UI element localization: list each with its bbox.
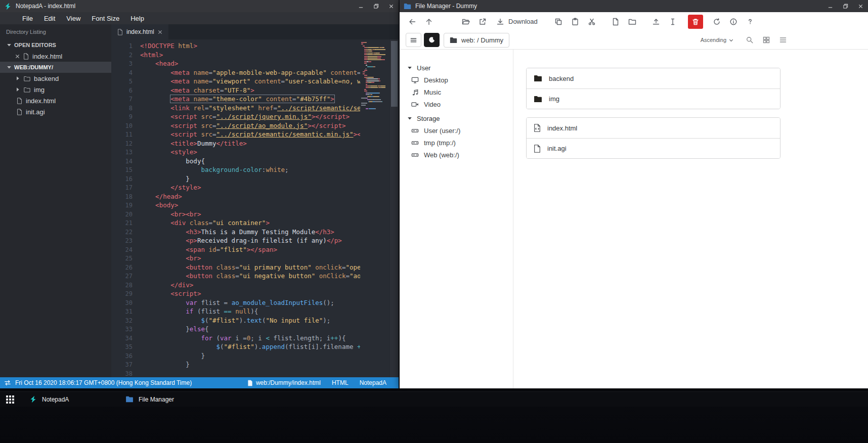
- breadcrumb[interactable]: web: / Dummy: [444, 33, 509, 48]
- code-line[interactable]: 8 <link rel="stylesheet" href="../script…: [111, 104, 360, 113]
- restore-button[interactable]: [368, 0, 383, 12]
- code-line[interactable]: 28 </div>: [111, 281, 360, 290]
- close-button[interactable]: [383, 0, 399, 12]
- file-row-index.html[interactable]: index.html: [527, 118, 780, 138]
- close-icon[interactable]: [15, 54, 20, 59]
- code-line[interactable]: 22 <h3>This is a Dummy Testing Module</h…: [111, 228, 360, 237]
- sidebar-item-video[interactable]: Video: [400, 98, 513, 110]
- taskbar-app-notepada[interactable]: NotepadA: [20, 392, 116, 407]
- sort-dropdown[interactable]: Ascending: [701, 37, 733, 43]
- code-line[interactable]: 36 }: [111, 351, 360, 361]
- new-file-button[interactable]: [608, 15, 623, 29]
- menu-font-size[interactable]: Font Size: [86, 12, 125, 24]
- close-tab-icon[interactable]: [158, 30, 162, 34]
- sidebar-item-tmp[interactable]: tmp (tmp:/): [400, 137, 513, 149]
- sidebar-section-header[interactable]: User: [400, 62, 513, 74]
- code-line[interactable]: 31 if (flist == null){: [111, 307, 360, 316]
- menu-toggle-button[interactable]: [406, 33, 421, 47]
- code-line[interactable]: 5 <meta name="viewport" content="user-sc…: [111, 77, 360, 86]
- code-area[interactable]: 1<!DOCTYPE html>2<html>3 <head>4 <meta n…: [111, 41, 360, 377]
- sidebar-item-music[interactable]: Music: [400, 86, 513, 98]
- minimap[interactable]: [361, 42, 385, 110]
- code-line[interactable]: 19 <body>: [111, 201, 360, 210]
- code-line[interactable]: 20 <br><br>: [111, 210, 360, 219]
- search-button[interactable]: [746, 36, 754, 44]
- code-line[interactable]: 7 <meta name="theme-color" content="#4b7…: [111, 95, 360, 104]
- apps-grid-button[interactable]: [0, 392, 20, 407]
- tab-index-html[interactable]: index.html: [111, 24, 168, 39]
- sidebar-item-web[interactable]: Web (web:/): [400, 149, 513, 161]
- tree-item-backend[interactable]: backend: [0, 73, 111, 84]
- rename-button[interactable]: [665, 15, 680, 29]
- code-line[interactable]: 38: [111, 369, 360, 378]
- help-button[interactable]: [743, 15, 758, 29]
- code-line[interactable]: 27 <button class="ui negative button" on…: [111, 272, 360, 281]
- code-line[interactable]: 21 <div class="ui container">: [111, 218, 360, 228]
- menu-file[interactable]: File: [17, 12, 38, 24]
- notepada-titlebar[interactable]: NotepadA - index.html: [0, 0, 399, 12]
- code-line[interactable]: 37 }: [111, 360, 360, 369]
- open-editors-section[interactable]: OPEN EDITORS: [0, 39, 111, 51]
- restore-button[interactable]: [838, 0, 853, 12]
- code-editor[interactable]: 1<!DOCTYPE html>2<html>3 <head>4 <meta n…: [111, 39, 399, 377]
- code-line[interactable]: 35 $("#flist").append(flist[i].filename …: [111, 342, 360, 351]
- code-line[interactable]: 2<html>: [111, 51, 360, 60]
- menu-help[interactable]: Help: [125, 12, 150, 24]
- file-row-init.agi[interactable]: init.agi: [527, 138, 780, 158]
- file-row-img[interactable]: img: [527, 88, 780, 109]
- workspace-root[interactable]: WEB:/DUMMY/: [0, 62, 111, 73]
- new-folder-button[interactable]: [625, 15, 640, 29]
- code-line[interactable]: 18 </head>: [111, 192, 360, 201]
- scrollbar-thumb[interactable]: [391, 41, 398, 107]
- open-in-new-button[interactable]: [475, 15, 490, 29]
- open-editor-item[interactable]: index.html: [0, 51, 111, 62]
- sidebar-item-user[interactable]: User (user:/): [400, 124, 513, 137]
- upload-button[interactable]: [648, 15, 664, 29]
- code-line[interactable]: 30 var flist = ao_module_loadInputFiles(…: [111, 298, 360, 307]
- tree-item-img[interactable]: img: [0, 84, 111, 95]
- code-line[interactable]: 33 }else{: [111, 325, 360, 334]
- list-view-button[interactable]: [779, 36, 787, 44]
- code-line[interactable]: 17 </style>: [111, 183, 360, 192]
- code-line[interactable]: 6 <meta charset="UTF-8">: [111, 86, 360, 95]
- sidebar-section-header[interactable]: Storage: [400, 112, 513, 124]
- code-line[interactable]: 10 <script src="../script/ao_module.js">…: [111, 121, 360, 130]
- code-line[interactable]: 9 <script src="../script/jquery.min.js">…: [111, 112, 360, 121]
- close-button[interactable]: [853, 0, 868, 12]
- sidebar-item-desktop[interactable]: Desktop: [400, 74, 513, 86]
- code-line[interactable]: 14 body{: [111, 157, 360, 166]
- tree-item-index.html[interactable]: index.html: [0, 95, 111, 106]
- code-line[interactable]: 12 <title>Dummy</title>: [111, 139, 360, 148]
- dark-mode-button[interactable]: [424, 33, 440, 47]
- code-line[interactable]: 4 <meta name="apple-mobile-web-app-capab…: [111, 68, 360, 77]
- minimize-button[interactable]: [822, 0, 838, 12]
- delete-button[interactable]: [688, 15, 703, 29]
- code-line[interactable]: 3 <head>: [111, 59, 360, 68]
- refresh-button[interactable]: [709, 15, 724, 29]
- open-folder-button[interactable]: [458, 15, 473, 29]
- file-row-backend[interactable]: backend: [527, 68, 780, 88]
- cut-button[interactable]: [584, 15, 599, 29]
- menu-view[interactable]: View: [61, 12, 86, 24]
- status-file-path[interactable]: web:/Dummy/index.html: [247, 379, 321, 386]
- code-line[interactable]: 34 for (var i =0; i < flist.length; i++)…: [111, 334, 360, 343]
- code-line[interactable]: 16 }: [111, 174, 360, 184]
- back-button[interactable]: [405, 15, 420, 29]
- code-line[interactable]: 13 <style>: [111, 148, 360, 157]
- code-line[interactable]: 24 <span id="flist"></span>: [111, 245, 360, 254]
- editor-scrollbar[interactable]: [390, 39, 399, 377]
- paste-button[interactable]: [568, 15, 583, 29]
- status-language[interactable]: HTML: [332, 379, 349, 386]
- download-button[interactable]: Download: [492, 15, 542, 29]
- up-button[interactable]: [421, 15, 437, 29]
- grid-view-button[interactable]: [762, 36, 770, 44]
- filemanager-titlebar[interactable]: File Manager - Dummy: [400, 0, 868, 12]
- copy-button[interactable]: [551, 15, 566, 29]
- code-line[interactable]: 32 $("#flist").text("No input file");: [111, 316, 360, 325]
- info-button[interactable]: [726, 15, 741, 29]
- code-line[interactable]: 25 <br>: [111, 254, 360, 263]
- code-line[interactable]: 23 <p>Received drag-in filelist (if any)…: [111, 236, 360, 245]
- code-line[interactable]: 29 <script>: [111, 289, 360, 298]
- code-line[interactable]: 26 <button class="ui primary button" onc…: [111, 263, 360, 272]
- taskbar-app-file-manager[interactable]: File Manager: [116, 392, 212, 407]
